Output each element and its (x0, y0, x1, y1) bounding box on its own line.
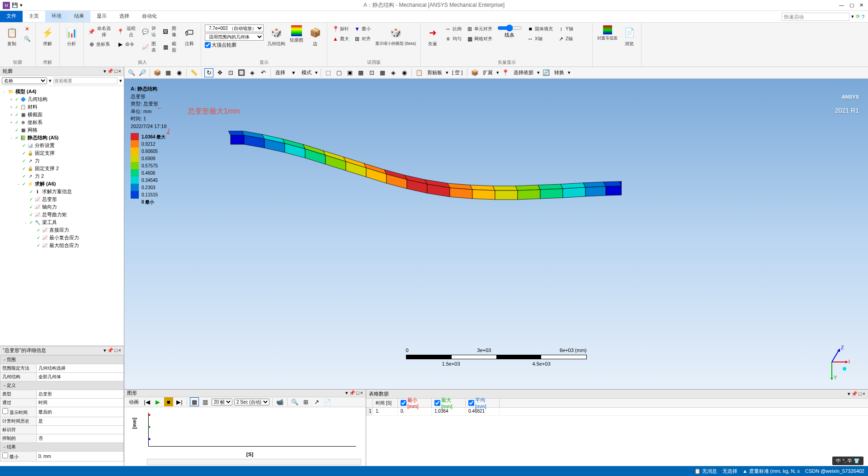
save-icon[interactable]: 💾 (12, 2, 18, 8)
max-button[interactable]: ▲最大 (331, 34, 350, 43)
ruler-icon[interactable]: 📏 (189, 68, 198, 77)
pin-icon[interactable]: ▾ (104, 68, 106, 74)
comment-button[interactable]: 💬评论 (141, 24, 159, 39)
col-min-check[interactable] (401, 400, 406, 406)
coord-sys-button[interactable]: ⊕坐标系 (87, 40, 113, 49)
sel-more2-icon[interactable]: ◉ (400, 68, 409, 77)
table-float-icon[interactable]: 📌 (851, 391, 858, 397)
cap-iso-button[interactable]: 封盖等值面 (596, 24, 618, 65)
triad-icon[interactable]: X Y Z (823, 344, 850, 380)
table-close-icon[interactable]: × (863, 391, 865, 397)
quick-dropdown-icon[interactable]: ▾ (851, 14, 854, 19)
anim-export-icon[interactable]: 📹 (275, 397, 284, 406)
tab-results[interactable]: 结果 (68, 11, 90, 22)
zaxis-btn[interactable]: ↗Z轴 (557, 34, 574, 43)
anim-first-icon[interactable]: |◀ (142, 397, 151, 406)
col-max-check[interactable] (434, 400, 440, 406)
edge-button[interactable]: 📦边 (307, 24, 323, 65)
tree-node[interactable]: +✓🔷几何结构 (2, 95, 122, 103)
iso-icon[interactable]: ◈ (248, 68, 257, 77)
table-row[interactable]: 1 1. 0. 1.0364 0.46821 (366, 408, 868, 416)
yaxis-btn[interactable]: ↕Y轴 (557, 24, 574, 33)
tab-env[interactable]: 环境 (45, 11, 68, 22)
tab-auto[interactable]: 自动化 (136, 11, 163, 22)
anim-stop-icon[interactable]: ■ (164, 397, 173, 406)
vec-slider1[interactable] (497, 24, 522, 32)
duration-select[interactable]: 2 Sec (自动) (234, 399, 269, 405)
analysis-button[interactable]: 📊分析 (63, 24, 80, 65)
float-icon[interactable]: 📌 (107, 68, 113, 74)
shade-icon[interactable]: ◉ (175, 68, 184, 77)
clip-dd[interactable]: ▾ (446, 70, 448, 76)
rotate-icon[interactable]: ↻ (204, 68, 213, 77)
tree-node[interactable]: ✓🔒固定支撑 2 (2, 165, 122, 172)
prev-view-icon[interactable]: ↶ (259, 68, 268, 77)
tree-node[interactable]: ✓▦网格 (2, 126, 122, 134)
copy-button[interactable]: 📋复制 (4, 24, 20, 65)
outline-tree[interactable]: -📁模型 (A4)+✓🔷几何结构+✓📋材料+✓▦横截面+✓⊕坐标系✓▦网格-✓📗… (0, 86, 124, 346)
select-mode-icon[interactable]: ▾ (289, 68, 298, 77)
sel-node-icon[interactable]: ⊡ (367, 68, 376, 77)
col-avg-check[interactable] (468, 400, 474, 406)
tree-node[interactable]: +✓📋材料 (2, 103, 122, 111)
tree-node[interactable]: ✓📈最小复合应力 (2, 234, 122, 242)
remote-pt-button[interactable]: 📍远程点 (116, 24, 138, 39)
min-button[interactable]: ▼最小 (353, 24, 372, 33)
uniform-btn[interactable]: ≡均匀 (443, 34, 462, 43)
graph-max-icon[interactable]: □ (356, 390, 359, 396)
filter-select[interactable]: 名称 (2, 77, 47, 84)
tab-select[interactable]: 选择 (113, 11, 136, 22)
grid-align-btn[interactable]: ▦网格对齐 (465, 34, 493, 43)
pane-max-icon[interactable]: □ (114, 68, 118, 74)
minimize-icon[interactable]: — (839, 2, 844, 8)
find-button[interactable]: 🔍 (23, 34, 32, 43)
zoom-box-icon[interactable]: 🔲 (237, 68, 246, 77)
tree-node[interactable]: +✓⊕坐标系 (2, 119, 122, 126)
image-button[interactable]: 🖼图像 (161, 24, 179, 39)
filter-dropdown-icon[interactable]: ▾ (49, 78, 52, 84)
box-icon[interactable]: 📦 (153, 68, 162, 77)
close-icon[interactable]: ✕ (859, 2, 863, 8)
tree-node[interactable]: ✓🔒固定支撑 (2, 149, 122, 157)
clipboard-icon[interactable]: 📋 (415, 68, 424, 77)
scale-btn[interactable]: ↔比例 (443, 24, 462, 33)
mode-label[interactable]: 模式 (300, 69, 313, 76)
unit-align-btn[interactable]: ⊞单元对齐 (465, 24, 493, 33)
scope-select[interactable]: 适用范围内的几何体 (205, 33, 264, 41)
sel-face-icon[interactable]: ▣ (345, 68, 354, 77)
sel-body-icon[interactable]: ▩ (356, 68, 365, 77)
conv-dd[interactable]: ▾ (568, 70, 571, 76)
delete-button[interactable]: ✕ (23, 24, 32, 33)
chart-exp-icon[interactable]: ↗ (312, 397, 321, 406)
outline-search-input[interactable] (53, 77, 118, 84)
scale-select[interactable]: 7.7e+002 （自动缩放） (205, 24, 264, 32)
exp-dd[interactable]: ▾ (496, 70, 499, 76)
tree-node[interactable]: ✓↗力 2 (2, 172, 122, 180)
chart-csv-icon[interactable]: 📄 (323, 397, 332, 406)
command-button[interactable]: ▶命令 (116, 40, 138, 49)
details-max-icon[interactable]: □ (114, 347, 118, 353)
tree-node[interactable]: ✓📈直接应力 (2, 226, 122, 234)
graph-pin-icon[interactable]: ▾ (345, 390, 348, 396)
browse-button[interactable]: 📄浏览 (621, 24, 637, 65)
probe-button[interactable]: 📍探针 (331, 24, 350, 33)
seldep-icon[interactable]: 📍 (501, 68, 510, 77)
xaxis-btn[interactable]: ↔X轴 (526, 34, 554, 43)
graphics-viewport[interactable]: A: 静态结构 总变形 类型: 总变形 单位: mm 时间: 1 2022/7/… (124, 79, 868, 389)
pane-close-icon[interactable]: × (118, 68, 121, 74)
tree-node[interactable]: ✓📈总弯曲力矩 (2, 211, 122, 219)
quick-launch-input[interactable] (782, 13, 849, 21)
annotation-button[interactable]: 🏷注释 (182, 24, 197, 65)
mode-dd[interactable]: ▾ (315, 70, 318, 76)
graph-float-icon[interactable]: 📌 (349, 390, 355, 396)
details-close-icon[interactable]: × (118, 347, 121, 353)
tree-node[interactable]: ✓📊分析设置 (2, 142, 122, 149)
align-button[interactable]: ⊞对齐 (353, 34, 372, 43)
tree-node[interactable]: ✓↗力 (2, 157, 122, 165)
chart-zoom-icon[interactable]: 🔍 (290, 397, 299, 406)
geometry-button[interactable]: 🎲几何结构 (266, 24, 286, 65)
time-scrollbar[interactable] (147, 459, 361, 465)
tree-node[interactable]: +✓▦横截面 (2, 111, 122, 119)
chart-opt-icon[interactable]: ⊞ (301, 397, 310, 406)
tab-file[interactable]: 文件 (0, 11, 23, 22)
